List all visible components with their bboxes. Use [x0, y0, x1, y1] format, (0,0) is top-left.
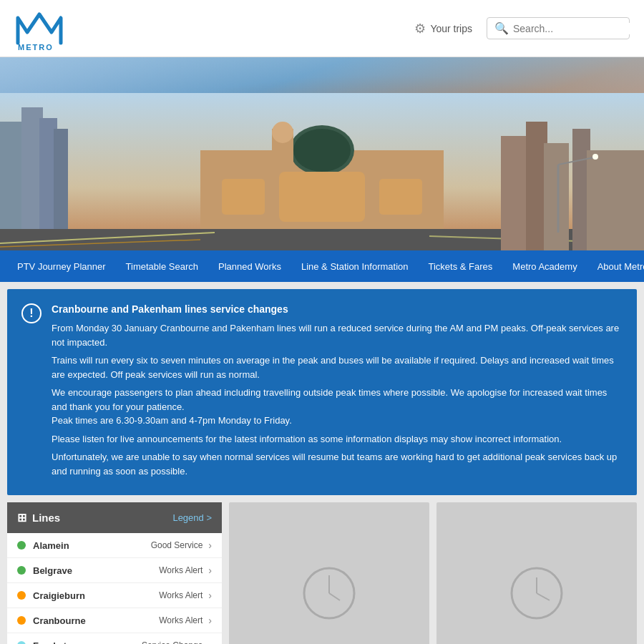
- search-container: 🔍: [487, 17, 630, 39]
- line-arrow-icon: ›: [208, 640, 212, 644]
- hero-image: [0, 57, 644, 250]
- header: METRO ⚙ Your trips 🔍: [0, 0, 644, 57]
- line-status: Service Change: [142, 640, 203, 644]
- line-status: Works Alert: [159, 615, 203, 625]
- line-name: Belgrave: [33, 565, 159, 576]
- nav-line-station-info[interactable]: Line & Station Information: [291, 250, 419, 282]
- line-row[interactable]: Belgrave Works Alert ›: [7, 558, 222, 583]
- line-dot: [17, 641, 26, 644]
- svg-rect-18: [501, 136, 530, 250]
- your-trips-button[interactable]: ⚙ Your trips: [414, 21, 472, 36]
- alert-paragraph-2: Trains will run every six to seven minut…: [52, 353, 623, 381]
- lines-header: ⊞ Lines Legend >: [7, 502, 222, 533]
- alert-paragraph-3: We encourage passengers to plan ahead in…: [52, 386, 623, 428]
- navbar: PTV Journey Planner Timetable Search Pla…: [0, 250, 644, 282]
- line-dot: [17, 616, 26, 625]
- lines-panel: ⊞ Lines Legend > Alamein Good Service › …: [7, 502, 222, 644]
- alert-icon: !: [21, 303, 42, 323]
- legend-link[interactable]: Legend >: [172, 512, 212, 523]
- lines-list: Alamein Good Service › Belgrave Works Al…: [7, 533, 222, 644]
- hero-buildings: [0, 93, 644, 250]
- search-input[interactable]: [513, 23, 635, 34]
- svg-point-8: [293, 129, 351, 172]
- svg-text:METRO: METRO: [18, 43, 54, 50]
- logo-area: METRO: [14, 7, 64, 50]
- svg-point-25: [592, 154, 598, 160]
- line-status: Good Service: [151, 540, 203, 550]
- lines-title-area: ⊞ Lines: [17, 511, 60, 525]
- line-dot: [17, 541, 26, 550]
- line-arrow-icon: ›: [208, 615, 212, 626]
- line-dot: [17, 591, 26, 600]
- panel-info: [436, 502, 637, 644]
- header-right: ⚙ Your trips 🔍: [414, 17, 630, 39]
- line-name: Cranbourne: [33, 615, 159, 626]
- lines-grid-icon: ⊞: [17, 511, 26, 525]
- nav-ptv-journey-planner[interactable]: PTV Journey Planner: [7, 250, 116, 282]
- nav-tickets-fares[interactable]: Tickets & Fares: [419, 250, 503, 282]
- panel-timetable: [229, 502, 429, 644]
- line-row[interactable]: Frankston Service Change ›: [7, 633, 222, 644]
- your-trips-label: Your trips: [430, 23, 472, 34]
- line-status: Works Alert: [159, 590, 203, 600]
- svg-line-28: [329, 593, 340, 600]
- line-dot: [17, 566, 26, 575]
- line-row[interactable]: Alamein Good Service ›: [7, 533, 222, 558]
- gear-icon: ⚙: [414, 21, 426, 36]
- line-arrow-icon: ›: [208, 565, 212, 576]
- svg-rect-20: [544, 143, 569, 250]
- line-name: Craigieburn: [33, 590, 159, 601]
- metro-logo: METRO: [14, 7, 64, 50]
- line-arrow-icon: ›: [208, 540, 212, 551]
- alert-paragraph-4: Please listen for live announcements for…: [52, 432, 623, 447]
- lines-title: Lines: [32, 512, 60, 524]
- line-name: Frankston: [33, 640, 142, 645]
- search-icon: 🔍: [494, 21, 509, 35]
- nav-about-metro[interactable]: About Metro: [587, 250, 644, 282]
- alert-paragraph-1: From Monday 30 January Cranbourne and Pa…: [52, 321, 623, 349]
- line-name: Alamein: [33, 540, 151, 551]
- line-row[interactable]: Cranbourne Works Alert ›: [7, 608, 222, 633]
- svg-rect-22: [587, 150, 644, 250]
- info-clock-icon: [508, 565, 565, 622]
- bottom-section: ⊞ Lines Legend > Alamein Good Service › …: [7, 502, 637, 644]
- line-status: Works Alert: [159, 565, 203, 575]
- alert-box: ! Cranbourne and Pakenham lines service …: [7, 289, 637, 495]
- alert-content: Cranbourne and Pakenham lines service ch…: [52, 302, 623, 482]
- alert-paragraph-5: Unfortunately, we are unable to say when…: [52, 450, 623, 478]
- svg-rect-11: [222, 179, 265, 215]
- nav-metro-academy[interactable]: Metro Academy: [502, 250, 587, 282]
- right-panels: [229, 502, 637, 644]
- alert-title: Cranbourne and Pakenham lines service ch…: [52, 302, 623, 317]
- svg-point-10: [272, 122, 293, 143]
- nav-timetable-search[interactable]: Timetable Search: [116, 250, 208, 282]
- line-arrow-icon: ›: [208, 590, 212, 601]
- svg-rect-13: [379, 179, 422, 215]
- line-row[interactable]: Craigieburn Works Alert ›: [7, 583, 222, 608]
- nav-planned-works[interactable]: Planned Works: [208, 250, 291, 282]
- svg-line-31: [537, 593, 550, 600]
- svg-rect-12: [279, 172, 365, 222]
- clock-icon: [301, 565, 358, 622]
